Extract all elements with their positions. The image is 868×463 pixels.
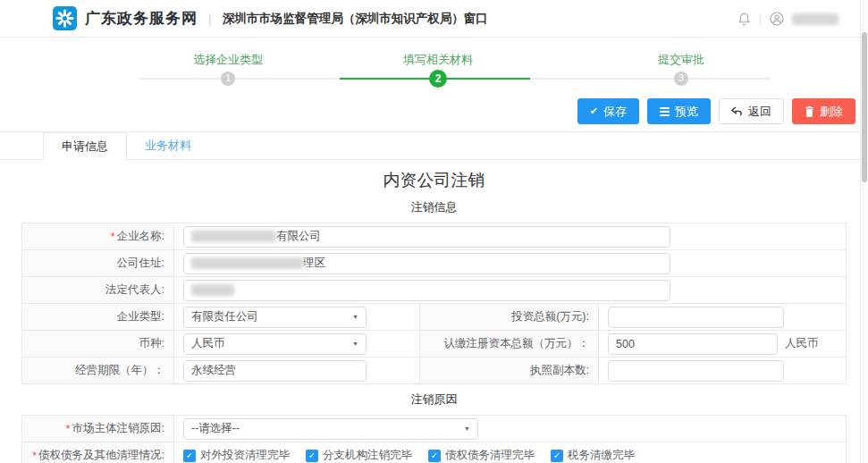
checkbox-checked-icon: ✓ [551,450,563,462]
legal-representative-redacted [191,284,234,296]
checkbox-checked-icon: ✓ [183,450,196,462]
back-button[interactable]: 返回 [719,98,784,124]
header-right-cluster: | [737,0,839,38]
chevron-down-icon: ▼ [352,341,358,347]
license-copies-label: 执照副本数: [420,358,599,383]
company-address-label: 公司住址: [22,250,174,276]
preview-list-icon [660,107,670,116]
deregistration-reason-table: *市场主体注销原因: --请选择-- ▼ *债权债务及其他清理情况: ✓ 对外投… [21,415,847,463]
header-divider: | [208,12,212,26]
legal-representative-label: 法定代表人: [22,277,174,303]
vertical-scrollbar[interactable] [860,0,868,463]
header-icon-divider: | [759,13,762,25]
business-term-label: 经营期限（年）： [22,358,174,383]
deregistration-reason-select[interactable]: --请选择-- ▼ [183,418,478,440]
step2-circle-active: 2 [429,70,447,88]
registered-capital-input[interactable] [608,333,778,355]
chevron-down-icon: ▼ [352,314,358,320]
brand-title: 广东政务服务网 [85,8,198,29]
table-row: 法定代表人: [22,277,846,304]
section-heading-info: 注销信息 [0,199,868,215]
save-button[interactable]: ✔ 保存 [577,98,639,124]
scrollbar-thumb[interactable] [862,32,867,182]
table-row: 企业类型: 有限责任公司 ▼ 投资总额(万元): [22,304,846,331]
clearance-status-label: *债权债务及其他清理情况: [22,442,174,463]
username-redacted[interactable] [792,13,839,25]
user-avatar-icon[interactable] [770,12,784,26]
step1-label: 选择企业类型 [156,52,299,68]
notification-bell-icon[interactable] [737,12,751,27]
tab-application-info[interactable]: 申请信息 [43,132,127,160]
checkbox-debts-cleared[interactable]: ✓ 债权债务清理完毕 [428,448,535,463]
table-row: *企业名称: 有限公司 [22,223,846,250]
checkbox-branches-deregistered[interactable]: ✓ 分支机构注销完毕 [306,448,412,463]
company-name-input[interactable]: 有限公司 [183,226,670,248]
table-row: 经营期限（年）： 执照副本数: [22,358,846,384]
table-row: 币种: 人民币 ▼ 认缴注册资本总额（万元）： 人民币 [22,331,846,358]
table-row: *市场主体注销原因: --请选择-- ▼ [22,416,846,442]
registered-capital-label: 认缴注册资本总额（万元）： [420,331,599,357]
total-investment-label: 投资总额(万元): [420,304,599,330]
business-term-input[interactable] [183,360,367,382]
checkbox-checked-icon: ✓ [428,450,441,462]
step3-label: 提交审批 [610,52,753,68]
checkbox-foreign-investment-cleared[interactable]: ✓ 对外投资清理完毕 [183,448,290,463]
company-address-input[interactable]: 理区 [183,253,670,274]
deregistration-reason-label: *市场主体注销原因: [22,416,174,442]
window-title: 深圳市市场监督管理局（深圳市知识产权局）窗口 [223,11,488,27]
currency-select[interactable]: 人民币 ▼ [183,333,367,355]
chevron-down-icon: ▼ [464,425,470,432]
registered-capital-currency-suffix: 人民币 [785,336,819,351]
preview-button[interactable]: 预览 [647,98,711,124]
company-name-redacted [191,231,276,242]
page: 广东政务服务网 | 深圳市市场监督管理局（深圳市知识产权局）窗口 | 选择企业类… [0,0,868,463]
back-undo-arrow-icon [731,106,743,116]
site-logo-kapok-flower-icon [53,6,77,30]
tab-business-materials[interactable]: 业务材料 [127,132,209,159]
progress-stepper: 选择企业类型 填写相关材料 提交审批 1 2 3 [0,38,868,98]
step3-circle: 3 [674,72,688,86]
legal-representative-input[interactable] [183,280,670,301]
page-title: 内资公司注销 [0,169,868,192]
checkbox-tax-settled[interactable]: ✓ 税务清缴完毕 [551,448,635,463]
currency-label: 币种: [22,331,174,357]
company-type-label: 企业类型: [22,304,174,330]
step1-circle: 1 [221,72,235,86]
company-name-label: *企业名称: [22,223,174,249]
save-check-icon: ✔ [590,105,598,117]
company-type-select[interactable]: 有限责任公司 ▼ [183,307,367,328]
table-row: 公司住址: 理区 [22,250,846,277]
license-copies-input[interactable] [608,360,784,382]
action-toolbar: ✔ 保存 预览 返回 删除 [0,98,868,132]
company-address-redacted [191,257,303,269]
tab-strip: 申请信息 业务材料 [0,132,868,160]
form-content: 内资公司注销 注销信息 *企业名称: 有限公司 公司住址: [0,160,868,463]
site-header: 广东政务服务网 | 深圳市市场监督管理局（深圳市知识产权局）窗口 | [0,0,868,38]
step2-label: 填写相关材料 [367,52,510,68]
deregistration-info-table: *企业名称: 有限公司 公司住址: 理区 [21,223,847,384]
total-investment-input[interactable] [608,307,784,328]
delete-button[interactable]: 删除 [792,98,855,124]
delete-trash-icon [805,106,814,117]
table-row: *债权债务及其他清理情况: ✓ 对外投资清理完毕 ✓ 分支机构注销完毕 ✓ 债权… [22,442,846,463]
section-heading-reason: 注销原因 [0,391,868,408]
checkbox-checked-icon: ✓ [306,450,318,462]
